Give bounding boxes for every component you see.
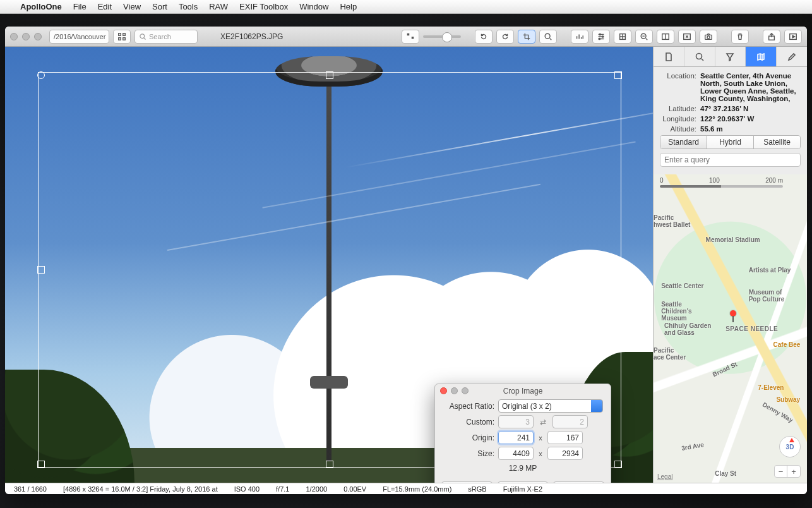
origin-y-input[interactable]	[547, 431, 583, 444]
window-zoom[interactable]	[34, 33, 42, 40]
rotate-ccw-button[interactable]	[475, 30, 493, 44]
menu-view[interactable]: View	[123, 2, 141, 11]
latitude-label: Latitude:	[660, 105, 696, 112]
map-type-segmented[interactable]: Standard Hybrid Satellite	[660, 135, 801, 149]
status-ev: 0.00EV	[343, 485, 366, 493]
status-index: 361 / 1660	[14, 485, 47, 493]
poi-seven: 7-Eleven	[758, 384, 784, 391]
map-pin-icon[interactable]	[729, 310, 737, 319]
map-view[interactable]: 0100200 m SPACE NEEDLE Seattle Center Me…	[654, 174, 807, 483]
tab-filter[interactable]	[715, 47, 746, 66]
crop-handle-bl[interactable]	[37, 461, 45, 468]
status-cs: sRGB	[468, 485, 486, 493]
location-label: Location:	[660, 72, 696, 80]
longitude-label: Longitude:	[660, 115, 696, 123]
image-viewer[interactable]: Crop Image Aspect Ratio: Original (3 x 2…	[5, 47, 653, 483]
poi-mopop: Museum of Pop Culture	[749, 289, 785, 303]
svg-point-19	[696, 53, 702, 59]
align-tool-button[interactable]	[402, 30, 419, 44]
megapixel-readout: 12.9 MP	[435, 461, 611, 478]
svg-rect-3	[123, 37, 126, 40]
fit-screen-button[interactable]	[678, 30, 696, 44]
crop-handle-mr[interactable]	[614, 266, 622, 274]
map-type-standard[interactable]: Standard	[660, 136, 707, 148]
rotate-cw-button[interactable]	[496, 30, 514, 44]
menu-help[interactable]: Help	[340, 2, 357, 11]
custom-label: Custom:	[443, 418, 494, 426]
dialog-minimize[interactable]	[451, 387, 458, 394]
status-iso: ISO 400	[234, 485, 260, 493]
poi-memorial-stadium: Memorial Stadium	[706, 236, 760, 243]
share-button[interactable]	[763, 30, 780, 44]
size-h-input[interactable]	[547, 447, 583, 460]
crop-handle-ml[interactable]	[37, 266, 45, 274]
crop-dialog: Crop Image Aspect Ratio: Original (3 x 2…	[434, 384, 611, 483]
menu-sort[interactable]: Sort	[152, 2, 167, 11]
app-name[interactable]: ApolloOne	[20, 2, 62, 11]
origin-label: Origin:	[443, 433, 494, 442]
tab-file[interactable]	[654, 47, 684, 66]
menu-file[interactable]: File	[73, 2, 87, 11]
map-query-input[interactable]	[660, 153, 801, 167]
menu-exif[interactable]: EXIF Toolbox	[239, 2, 288, 11]
aspect-ratio-select[interactable]: Original (3 x 2)	[498, 399, 603, 413]
menu-raw[interactable]: RAW	[209, 2, 228, 11]
tab-map[interactable]	[746, 47, 777, 66]
path-breadcrumb[interactable]: /2016/Vancouver	[49, 30, 109, 44]
camera-button[interactable]	[700, 30, 717, 44]
map-zoom-out[interactable]: −	[775, 466, 787, 477]
window-close[interactable]	[10, 33, 18, 40]
origin-x-input[interactable]	[498, 431, 534, 444]
poi-pacsci: Pacific ace Center	[654, 347, 686, 361]
trash-button[interactable]	[731, 30, 749, 44]
map-compass[interactable]: 3D	[779, 436, 801, 457]
tab-edit[interactable]	[777, 47, 807, 66]
swap-aspect-button[interactable]: ⇄	[537, 416, 549, 428]
map-type-satellite[interactable]: Satellite	[754, 136, 800, 148]
crop-handle-tm[interactable]	[326, 71, 333, 79]
status-bar: 361 / 1660 [4896 x 3264 = 16.0M / 3:2] F…	[5, 483, 807, 494]
zoom-slider[interactable]	[423, 35, 461, 38]
search-input[interactable]: Search	[134, 30, 198, 44]
compare-button[interactable]	[657, 30, 674, 44]
map-zoom-in[interactable]: +	[787, 466, 800, 477]
dialog-close[interactable]	[440, 387, 447, 394]
poi-clay: Clay St	[715, 470, 736, 477]
histogram-button[interactable]	[571, 30, 588, 44]
map-legal[interactable]: Legal	[657, 473, 672, 480]
status-aperture: f/7.1	[276, 485, 289, 493]
svg-point-16	[707, 35, 710, 38]
grid-view-button[interactable]	[113, 30, 131, 44]
main-window: /2016/Vancouver Search XE2F1062PS.JPG	[5, 27, 807, 494]
cancel-button[interactable]: Cancel	[441, 481, 493, 483]
crop-handle-bm[interactable]	[326, 461, 333, 468]
levels-button[interactable]	[592, 30, 610, 44]
svg-rect-1	[123, 33, 126, 35]
size-w-input[interactable]	[498, 447, 534, 460]
magnifier-button[interactable]	[635, 30, 653, 44]
crop-handle-tl[interactable]	[37, 71, 45, 79]
saveas-button[interactable]: Save As...	[553, 481, 604, 483]
menu-window[interactable]: Window	[299, 2, 328, 11]
save-button[interactable]: Save	[498, 481, 549, 483]
custom-height-input[interactable]	[552, 415, 588, 428]
crop-handle-br[interactable]	[614, 461, 622, 468]
crop-button[interactable]	[518, 30, 535, 44]
search-placeholder: Search	[149, 33, 171, 40]
tab-search[interactable]	[684, 47, 715, 66]
latitude-value: 47° 37.2136' N	[700, 105, 801, 112]
focus-points-button[interactable]	[614, 30, 631, 44]
window-minimize[interactable]	[22, 33, 30, 40]
slideshow-button[interactable]	[784, 30, 802, 44]
loupe-button[interactable]	[539, 30, 557, 44]
poi-chihuly: Chihuly Garden and Glass	[664, 322, 711, 336]
dialog-zoom[interactable]	[462, 387, 469, 394]
map-type-hybrid[interactable]: Hybrid	[707, 136, 754, 148]
menu-tools[interactable]: Tools	[179, 2, 198, 11]
status-shutter: 1/2000	[306, 485, 327, 493]
crop-handle-tr[interactable]	[614, 71, 622, 79]
svg-rect-2	[119, 37, 121, 40]
menu-edit[interactable]: Edit	[98, 2, 112, 11]
svg-point-7	[545, 33, 550, 39]
custom-width-input[interactable]	[498, 415, 534, 428]
